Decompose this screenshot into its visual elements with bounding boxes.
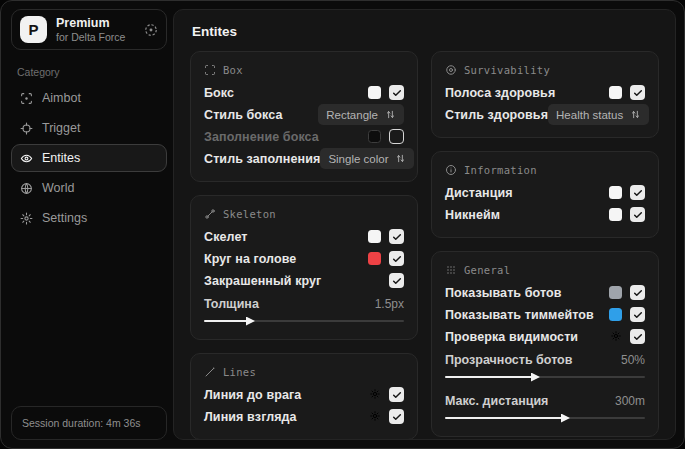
checkbox[interactable] bbox=[389, 387, 404, 402]
page-title: Entites bbox=[192, 24, 659, 39]
toggle-row: Заполнение бокса bbox=[204, 126, 404, 147]
checkbox[interactable] bbox=[630, 285, 645, 300]
row-label: Полоса здоровья bbox=[445, 86, 555, 100]
color-swatch[interactable] bbox=[609, 186, 622, 199]
card-box: BoxБоксСтиль боксаRectangleЗаполнение бо… bbox=[190, 51, 418, 182]
card-columns: BoxБоксСтиль боксаRectangleЗаполнение бо… bbox=[190, 51, 659, 440]
settings-icon bbox=[20, 212, 33, 225]
slider-row: Прозрачность ботов50% bbox=[445, 350, 645, 382]
color-swatch[interactable] bbox=[368, 130, 381, 143]
row-controls bbox=[610, 328, 645, 346]
slider-label-row: Прозрачность ботов50% bbox=[445, 350, 645, 369]
card-lines: LinesЛиния до врагаЛиния взгляда bbox=[190, 353, 418, 440]
world-icon bbox=[20, 182, 33, 195]
row-controls bbox=[368, 229, 404, 244]
slider[interactable] bbox=[204, 315, 404, 326]
row-controls bbox=[609, 307, 645, 322]
checkbox[interactable] bbox=[630, 185, 645, 200]
slider[interactable] bbox=[445, 371, 645, 382]
row-label: Заполнение бокса bbox=[204, 130, 319, 144]
gear-icon[interactable] bbox=[369, 386, 381, 404]
color-swatch[interactable] bbox=[368, 86, 381, 99]
toggle-row: Показывать ботов bbox=[445, 282, 645, 303]
sidebar-item-aimbot[interactable]: Aimbot bbox=[11, 84, 167, 112]
checkbox[interactable] bbox=[389, 229, 404, 244]
slider-value: 50% bbox=[621, 353, 645, 367]
gear-icon[interactable] bbox=[610, 328, 622, 346]
sidebar-item-entites[interactable]: Entites bbox=[11, 144, 167, 172]
gear-icon[interactable] bbox=[369, 408, 381, 426]
dropdown[interactable]: Single color bbox=[320, 148, 414, 169]
toggle-row: Круг на голове bbox=[204, 248, 404, 269]
slider-thumb[interactable] bbox=[246, 317, 255, 326]
card-information: InformationДистанцияНикнейм bbox=[431, 151, 659, 238]
checkbox[interactable] bbox=[630, 207, 645, 222]
checkbox[interactable] bbox=[630, 85, 645, 100]
slider-value: 300m bbox=[615, 394, 645, 408]
brand-subtitle: for Delta Force bbox=[56, 31, 135, 43]
row-label: Линия до врага bbox=[204, 388, 301, 402]
lines-icon bbox=[204, 366, 216, 378]
checkbox[interactable] bbox=[389, 273, 404, 288]
color-swatch[interactable] bbox=[609, 208, 622, 221]
slider-thumb[interactable] bbox=[531, 373, 540, 382]
row-label: Закрашенный круг bbox=[204, 274, 321, 288]
slider-label: Макс. дистанция bbox=[445, 394, 548, 408]
sidebar-item-world[interactable]: World bbox=[11, 174, 167, 202]
sidebar-item-trigget[interactable]: Trigget bbox=[11, 114, 167, 142]
row-controls: Health status bbox=[548, 104, 649, 125]
row-controls bbox=[609, 285, 645, 300]
general-icon bbox=[445, 264, 457, 276]
slider[interactable] bbox=[445, 412, 645, 423]
sidebar-item-label: Aimbot bbox=[42, 91, 81, 105]
toggle-row: Показывать тиммейтов bbox=[445, 304, 645, 325]
row-label: Проверка видимости bbox=[445, 330, 578, 344]
card-header: Survivability bbox=[445, 64, 645, 76]
row-controls: Rectangle bbox=[318, 104, 404, 125]
toggle-row: Полоса здоровья bbox=[445, 82, 645, 103]
color-swatch[interactable] bbox=[368, 252, 381, 265]
right-column: SurvivabilityПолоса здоровьяСтиль здоров… bbox=[431, 51, 659, 440]
left-column: BoxБоксСтиль боксаRectangleЗаполнение бо… bbox=[190, 51, 418, 440]
sort-arrows-icon bbox=[630, 109, 641, 120]
session-duration: Session duration: 4m 36s bbox=[11, 406, 167, 440]
color-swatch[interactable] bbox=[609, 308, 622, 321]
color-swatch[interactable] bbox=[368, 230, 381, 243]
toggle-row: Никнейм bbox=[445, 204, 645, 225]
sidebar: P Premium for Delta Force Category Aimbo… bbox=[1, 1, 173, 448]
row-label: Бокс bbox=[204, 86, 234, 100]
dropdown-value: Rectangle bbox=[326, 109, 378, 121]
slider-label: Прозрачность ботов bbox=[445, 353, 572, 367]
sidebar-item-settings[interactable]: Settings bbox=[11, 204, 167, 232]
checkbox[interactable] bbox=[389, 251, 404, 266]
row-label: Стиль бокса bbox=[204, 108, 283, 122]
row-label: Линия взгляда bbox=[204, 410, 297, 424]
sync-icon[interactable] bbox=[144, 23, 158, 37]
skeleton-icon bbox=[204, 208, 216, 220]
card-title: General bbox=[464, 264, 510, 276]
checkbox[interactable] bbox=[389, 409, 404, 424]
slider-label-row: Толщина1.5px bbox=[204, 294, 404, 313]
row-controls bbox=[389, 273, 404, 288]
trigget-icon bbox=[20, 122, 33, 135]
toggle-row: Скелет bbox=[204, 226, 404, 247]
row-label: Скелет bbox=[204, 230, 248, 244]
slider-thumb[interactable] bbox=[561, 414, 570, 423]
row-controls bbox=[368, 85, 404, 100]
slider-fill bbox=[445, 417, 565, 419]
color-swatch[interactable] bbox=[609, 86, 622, 99]
row-label: Никнейм bbox=[445, 208, 500, 222]
card-title: Survivability bbox=[464, 64, 550, 76]
entites-icon bbox=[20, 152, 33, 165]
dropdown-value: Health status bbox=[556, 109, 623, 121]
checkbox[interactable] bbox=[630, 307, 645, 322]
checkbox[interactable] bbox=[389, 85, 404, 100]
checkbox[interactable] bbox=[389, 129, 404, 144]
color-swatch[interactable] bbox=[609, 286, 622, 299]
dropdown[interactable]: Rectangle bbox=[318, 104, 404, 125]
row-controls bbox=[368, 251, 404, 266]
checkbox[interactable] bbox=[630, 329, 645, 344]
dropdown[interactable]: Health status bbox=[548, 104, 649, 125]
box-icon bbox=[204, 64, 216, 76]
card-skeleton: SkeletonСкелетКруг на головеЗакрашенный … bbox=[190, 195, 418, 340]
